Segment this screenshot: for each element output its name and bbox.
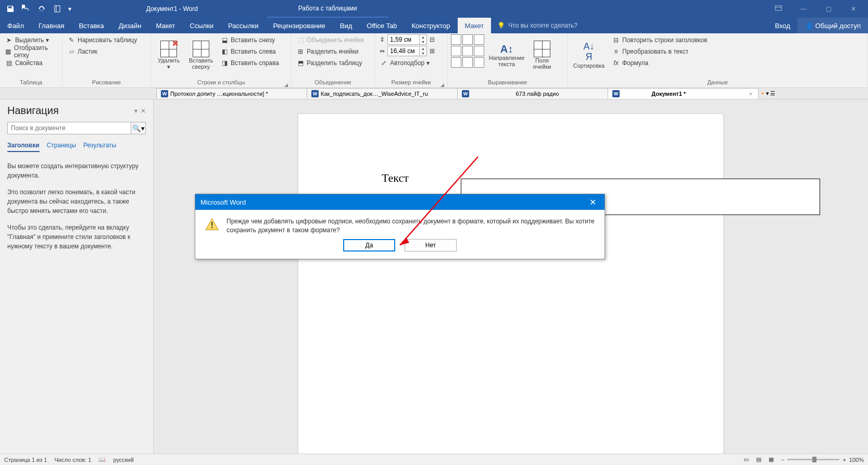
tab-close-icon[interactable]: ×	[748, 91, 754, 97]
tab-table-layout[interactable]: Макет	[458, 18, 492, 33]
tab-layout[interactable]: Макет	[148, 18, 182, 33]
delete-button[interactable]: ✖Удалить ▾	[154, 34, 183, 76]
zoom-in-button[interactable]: +	[842, 457, 846, 463]
undo-button[interactable]	[19, 2, 33, 16]
properties-button[interactable]: ▤Свойства	[3, 57, 59, 69]
tab-options-button[interactable]: ▾	[766, 90, 769, 97]
formula-button[interactable]: fxФормула	[610, 57, 709, 69]
view-web-layout[interactable]: ▦	[769, 456, 774, 463]
status-page[interactable]: Страница 1 из 1	[4, 457, 47, 463]
document-canvas[interactable]: Текст	[154, 99, 868, 454]
align-tr[interactable]	[474, 34, 484, 45]
search-icon: 🔍	[132, 124, 141, 132]
tab-review[interactable]: Рецензирование	[266, 18, 332, 33]
dialog-yes-button[interactable]: Да	[343, 239, 395, 252]
title-bar: ▾ Документ1 - Word Работа с таблицами — …	[0, 0, 868, 18]
minimize-button[interactable]: —	[793, 0, 814, 18]
view-print-layout[interactable]: ▤	[756, 456, 761, 463]
document-page[interactable]: Текст	[298, 114, 723, 454]
col-width-input[interactable]: ▲▼	[387, 46, 427, 56]
align-mr[interactable]	[474, 46, 484, 56]
tab-office-tab[interactable]: Office Tab	[359, 18, 404, 33]
align-br[interactable]	[474, 57, 484, 68]
insert-above-button[interactable]: Вставить сверху	[186, 34, 216, 76]
align-mc[interactable]	[462, 46, 473, 56]
touch-mode-button[interactable]	[50, 2, 65, 16]
nav-options-button[interactable]: ▾	[134, 107, 137, 115]
split-cells-button[interactable]: ⊞Разделить ячейки	[295, 46, 366, 57]
signin-button[interactable]: Вход	[768, 18, 797, 33]
nav-search-input[interactable]	[8, 122, 131, 134]
redo-button[interactable]	[34, 2, 49, 16]
distribute-rows-icon[interactable]: ⊟	[428, 35, 436, 44]
rows-cols-launcher[interactable]: ◢	[284, 82, 288, 87]
nav-search[interactable]: 🔍▾	[7, 122, 146, 134]
status-bar: Страница 1 из 1 Число слов: 1 📖 русский …	[0, 454, 868, 465]
doctab-3[interactable]: WДокумент1 *×	[608, 88, 759, 99]
tab-constructor[interactable]: Конструктор	[404, 18, 457, 33]
nav-title: Навигация	[7, 105, 59, 117]
status-language[interactable]: русский	[113, 457, 133, 463]
dialog-no-button[interactable]: Нет	[405, 239, 457, 252]
tab-mailings[interactable]: Рассылки	[221, 18, 266, 33]
nav-close-button[interactable]: ✕	[141, 107, 146, 115]
tab-file[interactable]: Файл	[0, 18, 31, 33]
navtab-pages[interactable]: Страницы	[47, 142, 76, 152]
align-tc[interactable]	[462, 34, 473, 45]
eraser-button[interactable]: ▱Ластик	[66, 46, 139, 57]
ribbon-options-button[interactable]	[768, 0, 789, 18]
status-word-count[interactable]: Число слов: 1	[54, 457, 91, 463]
insert-below-button[interactable]: ⬓Вставить снизу	[219, 34, 281, 46]
tab-list-button[interactable]: ☰	[770, 90, 775, 97]
insert-left-button[interactable]: ◧Вставить слева	[219, 46, 281, 57]
doctab-0[interactable]: WПротокол допиту …кциональности] *	[156, 88, 307, 99]
tab-design[interactable]: Дизайн	[111, 18, 149, 33]
contextual-tab-title: Работа с таблицами	[267, 0, 388, 18]
insert-col-right-icon: ◨	[220, 59, 229, 67]
split-table-button[interactable]: ⬒Разделить таблицу	[295, 57, 366, 69]
navtab-headings[interactable]: Заголовки	[7, 142, 40, 152]
tell-me-input[interactable]: 💡Что вы хотите сделать?	[491, 18, 577, 33]
insert-right-button[interactable]: ◨Вставить справа	[219, 57, 281, 69]
text-direction-button[interactable]: A↕Направление текста	[487, 34, 526, 76]
word-doc-icon: W	[311, 90, 319, 97]
spellcheck-icon[interactable]: 📖	[98, 456, 106, 463]
doctab-2[interactable]: W673 лайф радио	[457, 88, 608, 99]
tab-references[interactable]: Ссылки	[182, 18, 221, 33]
new-tab-button[interactable]: ✦	[760, 90, 765, 97]
zoom-out-button[interactable]: −	[781, 457, 784, 463]
qat-customize-button[interactable]: ▾	[66, 2, 74, 16]
doctab-1[interactable]: WКак_подписать_док…_WiseAdvice_IT_ru	[307, 88, 458, 99]
zoom-level[interactable]: 100%	[849, 457, 864, 463]
cell-margins-button[interactable]: Поля ячейки	[529, 34, 555, 76]
cell-size-launcher[interactable]: ◢	[441, 82, 444, 87]
delete-x-icon: ✖	[172, 39, 179, 48]
quick-access-toolbar: ▾	[0, 2, 77, 16]
distribute-cols-icon[interactable]: ⊞	[428, 47, 436, 55]
draw-table-button[interactable]: ✎Нарисовать таблицу	[66, 34, 139, 46]
sort-button[interactable]: A↓ЯСортировка	[571, 34, 607, 76]
align-bc[interactable]	[462, 57, 473, 68]
row-height-input[interactable]: ▲▼	[387, 34, 427, 45]
maximize-button[interactable]: ▢	[818, 0, 839, 18]
nav-search-button[interactable]: 🔍▾	[131, 122, 145, 134]
tab-home[interactable]: Главная	[31, 18, 71, 33]
tab-insert[interactable]: Вставка	[71, 18, 111, 33]
zoom-slider[interactable]	[787, 459, 839, 460]
window-title: Документ1 - Word	[77, 5, 267, 12]
align-ml[interactable]	[451, 46, 461, 56]
convert-to-text-button[interactable]: ≡Преобразовать в текст	[610, 46, 709, 57]
align-bl[interactable]	[451, 57, 461, 68]
navtab-results[interactable]: Результаты	[83, 142, 116, 152]
save-button[interactable]	[3, 2, 18, 16]
repeat-header-button[interactable]: ⊟Повторить строки заголовков	[610, 34, 709, 46]
dialog-close-button[interactable]: ✕	[586, 197, 599, 207]
tab-view[interactable]: Вид	[333, 18, 360, 33]
autofit-button[interactable]: ⤢Автоподбор ▾	[378, 57, 436, 69]
share-button[interactable]: 👤Общий доступ	[798, 18, 868, 33]
close-button[interactable]: ✕	[843, 0, 864, 18]
dialog-message: Прежде чем добавлять цифровые подписи, н…	[227, 217, 595, 235]
view-read-mode[interactable]: ▭	[744, 456, 749, 463]
align-tl[interactable]	[451, 34, 461, 45]
gridlines-button[interactable]: ▦Отобразить сетку	[3, 46, 59, 57]
